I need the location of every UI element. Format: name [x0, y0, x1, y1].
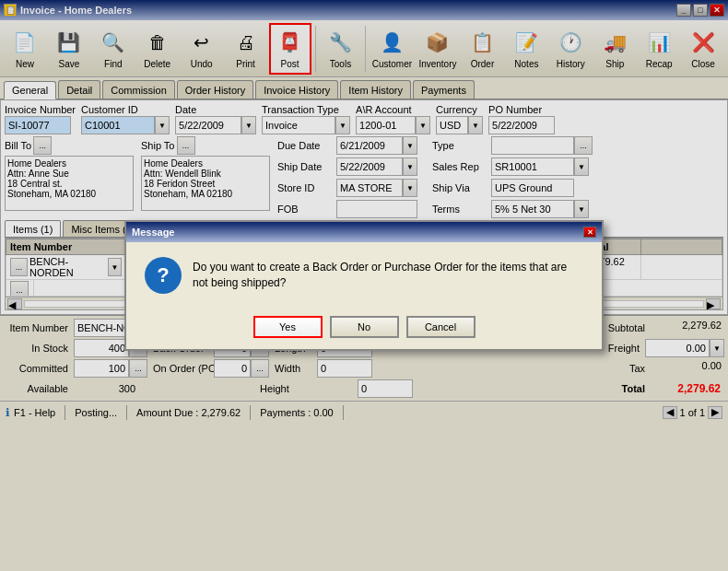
modal-buttons: Yes No Cancel [126, 309, 602, 349]
modal-close-btn[interactable]: ✕ [583, 227, 596, 238]
modal-message: Do you want to create a Back Order or Pu… [193, 260, 583, 291]
modal-no-button[interactable]: No [330, 316, 399, 338]
modal-yes-button[interactable]: Yes [253, 316, 323, 338]
modal-title: Message ✕ [126, 222, 602, 242]
modal-dialog: Message ✕ ? Do you want to create a Back… [124, 220, 604, 351]
modal-body: ? Do you want to create a Back Order or … [126, 242, 602, 309]
modal-question-icon: ? [145, 257, 182, 294]
modal-cancel-button[interactable]: Cancel [406, 316, 476, 338]
modal-overlay: Message ✕ ? Do you want to create a Back… [0, 0, 728, 571]
